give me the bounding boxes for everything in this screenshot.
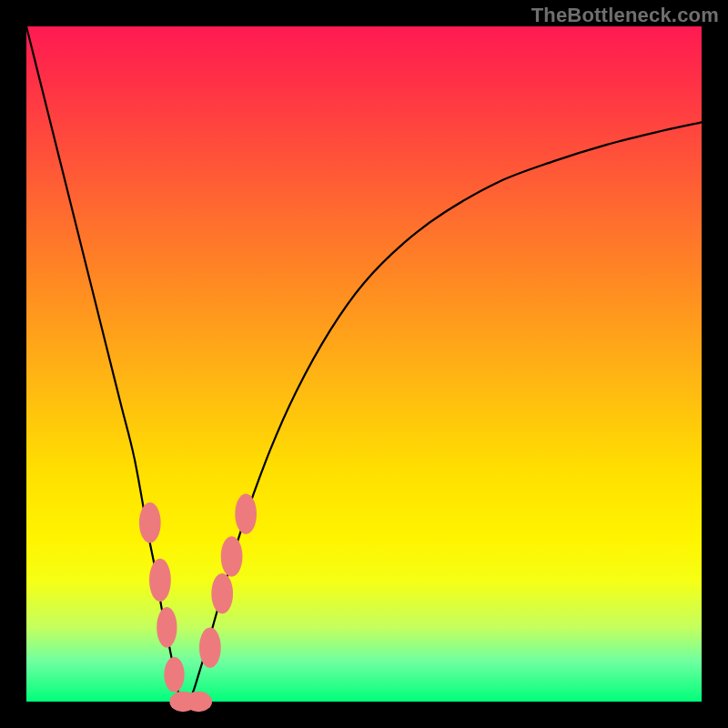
chart-frame: TheBottleneck.com: [0, 0, 728, 728]
watermark-text: TheBottleneck.com: [531, 4, 719, 27]
curve-marker: [157, 607, 177, 648]
curve-marker: [164, 657, 184, 693]
curve-marker: [221, 536, 243, 577]
curve-marker: [235, 493, 257, 534]
plot-area: [26, 26, 702, 702]
curve-marker: [185, 692, 212, 712]
chart-svg: [26, 26, 702, 702]
curve-marker: [149, 559, 171, 602]
curve-marker: [199, 627, 221, 668]
bottleneck-curve: [26, 26, 702, 702]
curve-marker: [139, 502, 161, 543]
curve-marker: [211, 573, 233, 614]
